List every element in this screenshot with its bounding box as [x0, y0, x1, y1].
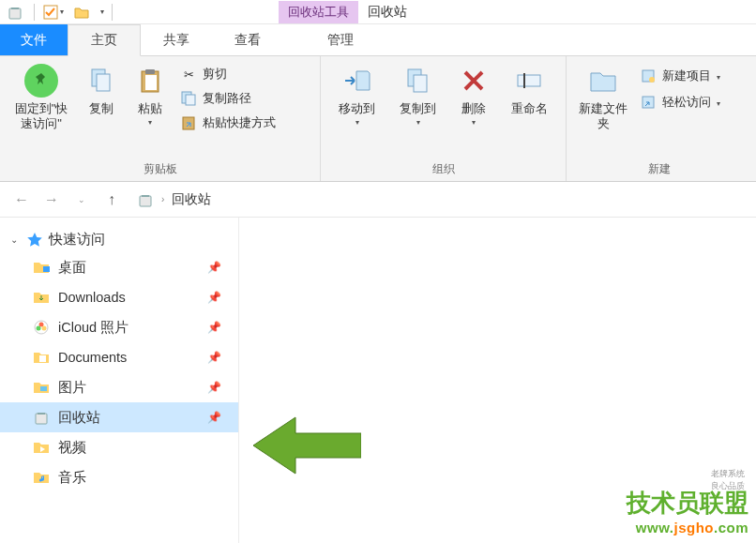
tab-file[interactable]: 文件	[0, 24, 68, 55]
copy-button[interactable]: 复制	[79, 60, 124, 120]
rename-label: 重命名	[511, 101, 548, 116]
cut-label: 剪切	[203, 66, 227, 83]
new-item-icon	[641, 68, 656, 83]
breadcrumb[interactable]: › 回收站	[137, 191, 211, 208]
folder-icon	[74, 5, 89, 20]
copy-to-label: 复制到	[400, 101, 436, 116]
svg-point-15	[649, 77, 655, 83]
sidebar-item-label: Documents	[58, 350, 231, 365]
easy-access-label: 轻松访问	[662, 94, 711, 111]
forward-button[interactable]: →	[41, 189, 62, 210]
annotation-arrow	[249, 413, 361, 478]
new-item-button[interactable]: 新建项目 ▾	[636, 66, 739, 86]
svg-rect-12	[518, 75, 540, 86]
copy-path-icon	[181, 91, 196, 106]
chevron-down-icon[interactable]: ⌄	[8, 234, 21, 245]
chevron-right-icon[interactable]: ›	[161, 194, 164, 204]
breadcrumb-location[interactable]: 回收站	[172, 191, 211, 208]
ribbon-group-organize: 移动到 ▾ 复制到 ▾ 删除 ▾ 重命名 组织	[321, 56, 567, 181]
tab-home[interactable]: 主页	[68, 24, 141, 56]
rename-button[interactable]: 重命名	[501, 60, 558, 120]
sidebar-item-label: Downloads	[58, 290, 231, 305]
tab-view[interactable]: 查看	[212, 24, 283, 55]
pin-icon: 📌	[207, 411, 221, 424]
move-to-label: 移动到	[339, 101, 375, 116]
svg-point-21	[42, 326, 47, 331]
tab-share[interactable]: 共享	[141, 24, 212, 55]
separator	[112, 4, 113, 21]
qat-properties[interactable]: ▾	[42, 2, 65, 23]
sidebar-item-pictures[interactable]: 图片 📌	[0, 372, 238, 402]
copy-path-button[interactable]: 复制路径	[176, 88, 280, 109]
sidebar-item-label: 视频	[58, 439, 231, 457]
copy-to-button[interactable]: 复制到 ▾	[389, 60, 446, 130]
ribbon-tabs: 文件 主页 共享 查看 管理	[0, 24, 756, 56]
svg-rect-25	[36, 414, 47, 424]
easy-access-icon	[641, 95, 656, 110]
new-item-label: 新建项目	[662, 68, 711, 84]
svg-rect-6	[145, 69, 155, 74]
cut-button[interactable]: ✂ 剪切	[176, 64, 280, 84]
rename-icon	[516, 68, 542, 94]
copy-to-icon	[404, 68, 432, 94]
chevron-down-icon: ▾	[717, 99, 720, 108]
navigation-bar: ← → ⌄ ↑ › 回收站	[0, 182, 756, 218]
copy-icon	[88, 68, 114, 94]
paste-button[interactable]: 粘贴 ▾	[128, 60, 173, 130]
sidebar-item-recycle-bin[interactable]: 回收站 📌	[0, 402, 238, 432]
easy-access-button[interactable]: 轻松访问 ▾	[636, 92, 739, 113]
pin-to-quick-access-button[interactable]: 固定到"快速访问"	[8, 60, 75, 135]
quick-access-toolbar: ▾ ▾	[4, 2, 114, 23]
back-button[interactable]: ←	[11, 189, 32, 210]
svg-rect-8	[186, 95, 195, 105]
tab-manage[interactable]: 管理	[305, 24, 376, 55]
folder-icon	[33, 289, 50, 306]
sidebar-item-downloads[interactable]: Downloads 📌	[0, 282, 238, 312]
new-folder-icon	[589, 68, 617, 94]
recent-dropdown[interactable]: ⌄	[71, 189, 92, 210]
new-folder-label: 新建文件夹	[576, 101, 630, 131]
new-folder-button[interactable]: 新建文件夹	[574, 60, 632, 135]
copy-label: 复制	[89, 101, 113, 116]
svg-rect-18	[43, 266, 50, 272]
svg-rect-0	[9, 8, 21, 19]
svg-rect-24	[40, 386, 47, 391]
ribbon: 固定到"快速访问" 复制 粘贴 ▾ ✂ 剪切 复制路径	[0, 56, 756, 182]
quick-access-label: 快速访问	[49, 231, 105, 249]
watermark-url-part: jsgho	[673, 520, 714, 535]
watermark-title-text: 技术员联盟	[627, 487, 748, 520]
chevron-down-icon: ▾	[148, 118, 152, 127]
icloud-photos-icon	[33, 319, 50, 336]
delete-label: 删除	[461, 101, 486, 116]
watermark-url-part: www.	[636, 520, 674, 535]
qat-app-icon[interactable]	[4, 2, 26, 23]
ribbon-group-clipboard: 固定到"快速访问" 复制 粘贴 ▾ ✂ 剪切 复制路径	[0, 56, 321, 181]
chevron-down-icon: ▾	[355, 118, 359, 127]
paste-shortcut-button[interactable]: 粘贴快捷方式	[176, 113, 280, 133]
svg-rect-17	[140, 196, 151, 206]
watermark-url-part: .com	[714, 520, 748, 535]
move-to-icon	[343, 68, 371, 94]
quick-access-root[interactable]: ⌄ 快速访问	[0, 227, 238, 252]
sidebar-item-music[interactable]: 音乐	[0, 462, 238, 492]
titlebar: ▾ ▾ 回收站工具 回收站	[0, 0, 756, 24]
context-tab-recyclebin-tools[interactable]: 回收站工具	[279, 1, 358, 23]
sidebar-item-videos[interactable]: 视频	[0, 432, 238, 462]
up-button[interactable]: ↑	[101, 189, 122, 210]
recycle-bin-icon	[137, 191, 154, 208]
window-title: 回收站	[368, 4, 407, 21]
sidebar-item-documents[interactable]: Documents 📌	[0, 342, 238, 372]
sidebar-item-icloud-photos[interactable]: iCloud 照片 📌	[0, 312, 238, 342]
qat-customize-dropdown[interactable]: ▾	[100, 8, 104, 16]
qat-new-folder[interactable]	[70, 2, 93, 23]
paste-shortcut-label: 粘贴快捷方式	[203, 114, 276, 131]
watermark-title: 技术员联盟	[627, 487, 748, 520]
clipboard-group-label: 剪贴板	[8, 159, 312, 179]
sidebar-item-desktop[interactable]: 桌面 📌	[0, 252, 238, 282]
delete-button[interactable]: 删除 ▾	[450, 60, 496, 130]
move-to-button[interactable]: 移动到 ▾	[328, 60, 386, 130]
copy-path-label: 复制路径	[203, 90, 251, 107]
star-icon	[26, 232, 43, 249]
watermark: 技术员联盟 www.jsgho.com	[627, 487, 748, 535]
paste-icon	[137, 68, 163, 94]
